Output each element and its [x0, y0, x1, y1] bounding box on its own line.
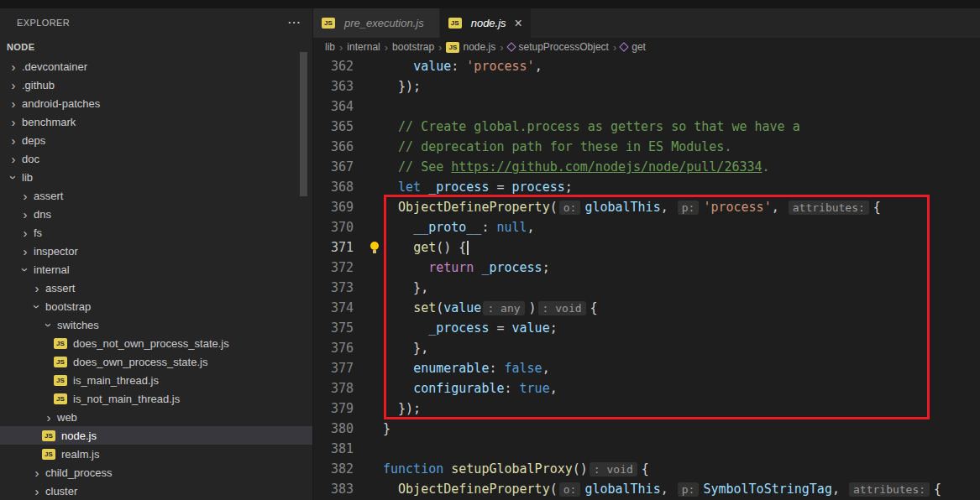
code-line-text[interactable]: ObjectDefineProperty(o:globalThis, p:'pr…	[383, 197, 881, 217]
tree-item-fs[interactable]: ›fs	[0, 223, 312, 242]
close-icon[interactable]: ×	[515, 18, 522, 29]
breadcrumb-label: setupProcessObject	[519, 41, 609, 53]
code-line-text[interactable]: __proto__: null,	[383, 217, 535, 237]
code-line-text[interactable]: // See https://github.com/nodejs/node/pu…	[383, 157, 770, 177]
tree-item-label: .devcontainer	[22, 60, 87, 73]
code-line-text[interactable]: let _process = process;	[383, 177, 573, 197]
breadcrumb-item-setupProcessObject[interactable]: setupProcessObject	[508, 41, 609, 53]
code-line-text[interactable]: },	[383, 338, 428, 358]
glyph-margin	[354, 96, 383, 117]
explorer-title: EXPLORER	[17, 18, 70, 28]
sidebar-scrollbar[interactable]	[300, 52, 307, 196]
glyph-margin	[354, 298, 383, 318]
tree-item-realm.js[interactable]: JSrealm.js	[0, 445, 312, 463]
tree-item-label: does_own_process_state.js	[73, 356, 207, 368]
tree-item-is_main_thread.js[interactable]: JSis_main_thread.js	[0, 371, 312, 389]
code-line-text[interactable]: get() {	[383, 237, 469, 258]
breadcrumb-item-get[interactable]: get	[621, 41, 646, 53]
breadcrumb-item-internal[interactable]: internal	[347, 41, 380, 53]
code-token: process	[512, 180, 565, 195]
tree-item-.devcontainer[interactable]: ›.devcontainer	[0, 57, 312, 76]
code-line-text[interactable]: enumerable: false,	[383, 358, 550, 378]
tree-item-internal[interactable]: ›internal	[0, 260, 312, 279]
tab-node.js[interactable]: JSnode.js×	[440, 8, 531, 38]
tree-item-assert[interactable]: ›assert	[0, 279, 312, 297]
tree-item-inspector[interactable]: ›inspector	[0, 242, 312, 260]
code-line-text[interactable]: });	[383, 76, 421, 96]
tab-pre_execution.js[interactable]: JSpre_execution.js	[313, 8, 439, 38]
code-token: :	[489, 361, 504, 376]
tree-item-deps[interactable]: ›deps	[0, 131, 312, 149]
tree-item-is_not_main_thread.js[interactable]: JSis_not_main_thread.js	[0, 389, 312, 408]
tree-item-lib[interactable]: ›lib	[0, 168, 312, 186]
tree-item-node.js[interactable]: JSnode.js	[0, 426, 312, 445]
code-line: 374 set(value: any): void{	[313, 298, 980, 318]
code-line-text[interactable]: value: 'process',	[383, 56, 542, 76]
code-line: 372 return _process;	[313, 258, 980, 278]
code-token: =	[489, 180, 511, 195]
code-token: (	[436, 300, 443, 315]
code-line-text[interactable]: }	[383, 419, 390, 439]
tree-item-dns[interactable]: ›dns	[0, 205, 312, 223]
tree-item-switches[interactable]: ›switches	[0, 315, 312, 334]
code-line-text[interactable]: // deprecation path for these in ES Modu…	[383, 137, 731, 157]
code-line-text[interactable]: },	[383, 278, 428, 298]
line-number: 371	[313, 237, 354, 258]
code-token: _process	[428, 320, 489, 336]
tree-item-label: android-patches	[22, 97, 100, 110]
tree-item-does_own_process_state.js[interactable]: JSdoes_own_process_state.js	[0, 352, 312, 371]
code-line-text[interactable]: // Create global.process as getters so t…	[383, 117, 800, 137]
tree-item-label: assert	[45, 282, 75, 294]
link-text[interactable]: https://github.com/nodejs/node/pull/2633…	[451, 159, 762, 174]
js-file-icon: JS	[322, 18, 335, 29]
chevron-right-icon: ›	[18, 189, 32, 203]
glyph-margin	[354, 237, 383, 258]
tab-label: pre_execution.js	[344, 17, 424, 29]
code-line-text[interactable]: _process = value;	[383, 318, 558, 338]
code-area[interactable]: 362 value: 'process',363 });364365 // Cr…	[313, 56, 980, 500]
tree-item-child_process[interactable]: ›child_process	[0, 463, 312, 482]
breadcrumb-item-lib[interactable]: lib	[325, 41, 335, 53]
code-token: ,	[772, 200, 787, 215]
inlay-hint: p:	[678, 201, 700, 215]
chevron-right-icon: ›	[18, 226, 32, 240]
chevron-right-icon: ›	[385, 41, 388, 54]
code-line-text[interactable]: function setupGlobalProxy(): void{	[383, 459, 649, 479]
glyph-margin	[354, 278, 383, 298]
tree-item-doc[interactable]: ›doc	[0, 149, 312, 168]
tree-item-bootstrap[interactable]: ›bootstrap	[0, 297, 312, 315]
glyph-margin	[354, 459, 383, 479]
breadcrumb-label: lib	[325, 41, 335, 53]
lightbulb-icon[interactable]	[369, 242, 380, 253]
breadcrumb-item-bootstrap[interactable]: bootstrap	[392, 41, 434, 53]
code-line-text[interactable]: ObjectDefineProperty(o:globalThis, p:Sym…	[383, 479, 941, 499]
code-token: (	[550, 482, 558, 497]
tree-item-.github[interactable]: ›.github	[0, 76, 312, 94]
glyph-margin	[354, 358, 383, 378]
tree-item-label: dns	[34, 208, 51, 221]
glyph-margin	[354, 137, 383, 157]
code-token: ()	[573, 461, 588, 477]
breadcrumb-item-node.js[interactable]: JSnode.js	[446, 41, 495, 53]
section-header-node[interactable]: NODE	[0, 37, 312, 57]
tree-item-label: lib	[22, 171, 33, 184]
glyph-margin	[354, 439, 383, 459]
tree-item-assert[interactable]: ›assert	[0, 186, 312, 205]
code-line-text[interactable]: });	[383, 398, 421, 419]
code-token: value	[413, 59, 451, 74]
code-line-text[interactable]: return _process;	[383, 258, 550, 278]
tree-item-android-patches[interactable]: ›android-patches	[0, 94, 312, 112]
code-token: {	[934, 482, 941, 497]
code-line-text[interactable]: set(value: any): void{	[383, 298, 598, 318]
tree-item-cluster[interactable]: ›cluster	[0, 482, 312, 500]
chevron-right-icon: ›	[7, 60, 20, 74]
tree-item-benchmark[interactable]: ›benchmark	[0, 112, 312, 131]
js-file-icon: JS	[446, 42, 459, 53]
code-line-text[interactable]: configurable: true,	[383, 378, 558, 398]
code-token: },	[383, 341, 428, 356]
tree-item-web[interactable]: ›web	[0, 408, 312, 426]
code-token: globalThis	[584, 482, 660, 497]
more-actions-icon[interactable]: ⋯	[287, 18, 301, 27]
file-tree: ›.devcontainer›.github›android-patches›b…	[0, 57, 312, 500]
tree-item-does_not_own_process_state.js[interactable]: JSdoes_not_own_process_state.js	[0, 334, 312, 352]
